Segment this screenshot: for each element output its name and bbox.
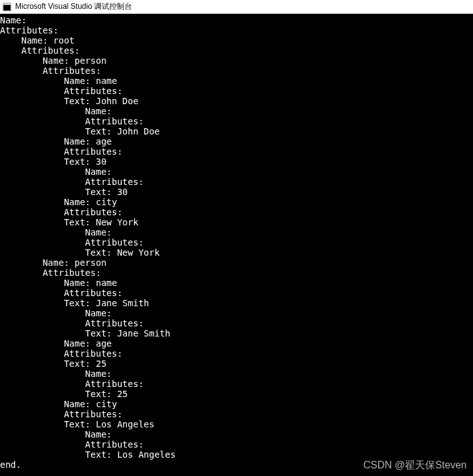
window-titlebar[interactable]: Microsoft Visual Studio 调试控制台 (0, 0, 473, 14)
svg-rect-1 (3, 3, 11, 5)
app-icon (3, 3, 11, 11)
console-output[interactable]: Name: Attributes: Name: root Attributes:… (0, 14, 473, 470)
window-title: Microsoft Visual Studio 调试控制台 (15, 1, 132, 12)
